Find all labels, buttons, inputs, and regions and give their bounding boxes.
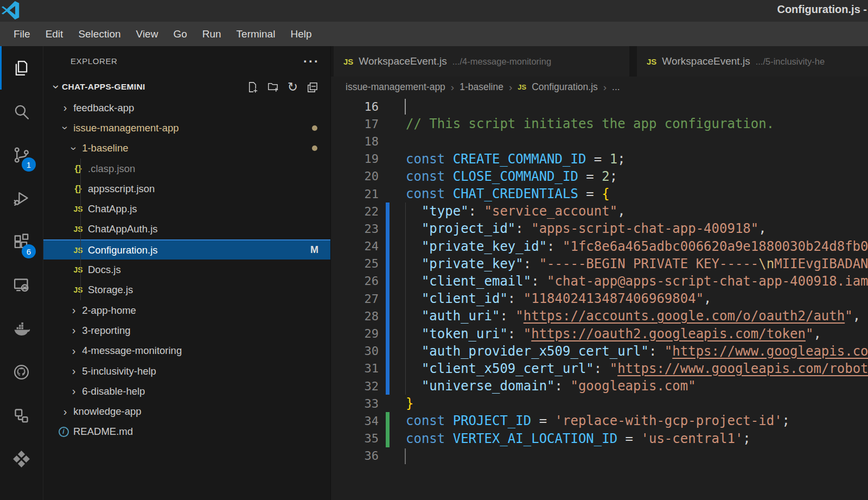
json-file-icon: {}	[71, 163, 85, 174]
chevron-right-icon: ›	[68, 365, 79, 377]
tree-folder-3-reporting[interactable]: › 3-reporting	[43, 320, 330, 340]
git-gutter-modified	[386, 307, 390, 325]
code-editor[interactable]: 1617// This script initiates the app con…	[331, 98, 868, 500]
activity-gemini[interactable]	[0, 437, 43, 480]
code-line-16[interactable]: 16	[331, 98, 868, 115]
code-line-21[interactable]: 21const CHAT_CREDENTIALS = {	[331, 185, 868, 202]
tree-file-chatappauth-js[interactable]: JSChatAppAuth.js	[43, 219, 330, 239]
code-text: "type": "service_account",	[406, 202, 868, 220]
menu-item-edit[interactable]: Edit	[38, 22, 71, 46]
tree-file-storage-js[interactable]: JSStorage.js	[43, 280, 330, 300]
code-line-35[interactable]: 35const VERTEX_AI_LOCATION_ID = 'us-cent…	[331, 430, 868, 447]
gutter: 26	[331, 273, 406, 290]
tree-file-configuration-js[interactable]: JSConfiguration.jsM	[43, 239, 330, 260]
breadcrumb-folder[interactable]: issue-management-app	[346, 81, 445, 93]
activity-run-debug[interactable]	[0, 176, 43, 220]
activity-search[interactable]	[0, 90, 43, 133]
menu-item-go[interactable]: Go	[165, 22, 194, 46]
breadcrumb-folder[interactable]: 1-baseline	[459, 81, 503, 93]
tree-file--clasp-json[interactable]: {}.clasp.json	[43, 159, 330, 179]
git-gutter-modified	[386, 202, 390, 220]
window-title: Configuration.js -	[777, 3, 867, 16]
code-text: "auth_provider_x509_cert_url": "https://…	[406, 343, 868, 360]
code-text: const VERTEX_AI_LOCATION_ID = 'us-centra…	[406, 430, 868, 447]
activity-source-control[interactable]: 1	[0, 133, 43, 176]
tree-folder-6-disable-help[interactable]: › 6-disable-help	[43, 381, 330, 401]
code-line-18[interactable]: 18	[331, 132, 868, 150]
explorer-sidebar: EXPLORER ··· › CHAT-APPS-GEMINI ↻ › feed…	[43, 46, 331, 500]
new-folder-icon[interactable]	[267, 81, 279, 93]
tab-workspaceevent-4-message-monitoring[interactable]: JS WorkspaceEvent.js .../4-message-monit…	[334, 46, 629, 77]
menu-item-help[interactable]: Help	[283, 22, 319, 46]
new-file-icon[interactable]	[246, 81, 259, 93]
code-text: "client_x509_cert_url": "https://www.goo…	[406, 360, 868, 377]
tree-folder-1-baseline[interactable]: › 1-baseline	[43, 138, 330, 159]
gutter: 17	[331, 115, 406, 132]
code-line-31[interactable]: 31 "client_x509_cert_url": "https://www.…	[331, 360, 868, 377]
tree-folder-2-app-home[interactable]: › 2-app-home	[43, 300, 330, 320]
gutter: 29	[331, 325, 406, 342]
tree-folder-5-inclusivity-help[interactable]: › 5-inclusivity-help	[43, 361, 330, 381]
tree-item-label: 3-reporting	[82, 325, 130, 337]
tree-folder-4-message-monitoring[interactable]: › 4-message-monitoring	[43, 341, 330, 361]
tree-item-label: issue-management-app	[73, 122, 178, 134]
explorer-more-actions-icon[interactable]: ···	[303, 59, 320, 64]
code-text	[406, 132, 868, 150]
activity-github[interactable]	[0, 350, 43, 394]
chevron-right-icon: ›	[68, 304, 79, 317]
tree-item-label: 1-baseline	[82, 142, 128, 154]
code-line-24[interactable]: 24 "private_key_id": "1fc8e6a465adbc0066…	[331, 238, 868, 255]
line-number: 22	[331, 205, 379, 218]
title-bar: Configuration.js -	[0, 0, 868, 22]
tree-folder-issue-management-app[interactable]: › issue-management-app	[43, 118, 330, 138]
collapse-all-icon[interactable]	[306, 81, 318, 93]
text-cursor	[405, 99, 406, 115]
breadcrumb-file[interactable]: Configuration.js	[532, 81, 598, 93]
code-line-30[interactable]: 30 "auth_provider_x509_cert_url": "https…	[331, 343, 868, 360]
code-line-33[interactable]: 33}	[331, 395, 868, 412]
menu-item-view[interactable]: View	[129, 22, 166, 46]
tree-item-label: appsscript.json	[88, 183, 155, 195]
tree-file-appsscript-json[interactable]: {}appsscript.json	[43, 179, 330, 199]
tree-folder-knowledge-app[interactable]: › knowledge-app	[43, 401, 330, 421]
activity-extensions[interactable]: 6	[0, 220, 43, 263]
code-line-28[interactable]: 28 "auth_uri": "https://accounts.google.…	[331, 307, 868, 325]
activity-remote-explorer[interactable]	[0, 263, 43, 307]
activity-bar: 1 6	[0, 46, 43, 500]
breadcrumb-symbol-ellipsis[interactable]: ...	[612, 81, 620, 93]
gutter: 22	[331, 202, 406, 220]
tree-file-readme-md[interactable]: iREADME.md	[43, 422, 330, 442]
activity-project-manager[interactable]	[0, 394, 43, 437]
tree-file-chatapp-js[interactable]: JSChatApp.js	[43, 199, 330, 219]
menu-item-selection[interactable]: Selection	[71, 22, 128, 46]
code-line-19[interactable]: 19const CREATE_COMMAND_ID = 1;	[331, 150, 868, 168]
activity-explorer[interactable]	[0, 46, 43, 90]
refresh-icon[interactable]: ↻	[288, 81, 298, 93]
code-line-23[interactable]: 23 "project_id": "apps-script-chat-app-4…	[331, 220, 868, 237]
code-line-36[interactable]: 36	[331, 447, 868, 465]
chevron-right-icon: ›	[68, 385, 79, 397]
code-line-34[interactable]: 34const PROJECT_ID = 'replace-with-gcp-p…	[331, 412, 868, 429]
code-line-29[interactable]: 29 "token_uri": "https://oauth2.googleap…	[331, 325, 868, 342]
chevron-right-icon: ›	[451, 81, 454, 93]
tree-item-label: 4-message-monitoring	[82, 345, 182, 357]
tree-file-docs-js[interactable]: JSDocs.js	[43, 260, 330, 280]
code-text: "universe_domain": "googleapis.com"	[406, 377, 868, 395]
code-line-20[interactable]: 20const CLOSE_COMMAND_ID = 2;	[331, 168, 868, 185]
code-line-25[interactable]: 25 "private_key": "-----BEGIN PRIVATE KE…	[331, 255, 868, 273]
code-line-27[interactable]: 27 "client_id": "118402413487406969804",	[331, 290, 868, 307]
tree-folder-feedback-app[interactable]: › feedback-app	[43, 98, 330, 118]
editor-group: JS WorkspaceEvent.js .../4-message-monit…	[331, 46, 868, 500]
gutter: 32	[331, 377, 406, 395]
line-number: 33	[331, 397, 379, 410]
code-line-22[interactable]: 22 "type": "service_account",	[331, 202, 868, 220]
menu-item-run[interactable]: Run	[195, 22, 229, 46]
activity-docker[interactable]	[0, 307, 43, 350]
menu-item-file[interactable]: File	[6, 22, 38, 46]
workspace-section-header[interactable]: › CHAT-APPS-GEMINI ↻	[43, 76, 330, 98]
code-line-17[interactable]: 17// This script initiates the app confi…	[331, 115, 868, 132]
menu-item-terminal[interactable]: Terminal	[229, 22, 283, 46]
code-line-26[interactable]: 26 "client_email": "chat-app@apps-script…	[331, 273, 868, 290]
tab-workspaceevent-5-inclusivity-help[interactable]: JS WorkspaceEvent.js .../5-inclusivity-h…	[637, 46, 868, 77]
code-line-32[interactable]: 32 "universe_domain": "googleapis.com"	[331, 377, 868, 395]
